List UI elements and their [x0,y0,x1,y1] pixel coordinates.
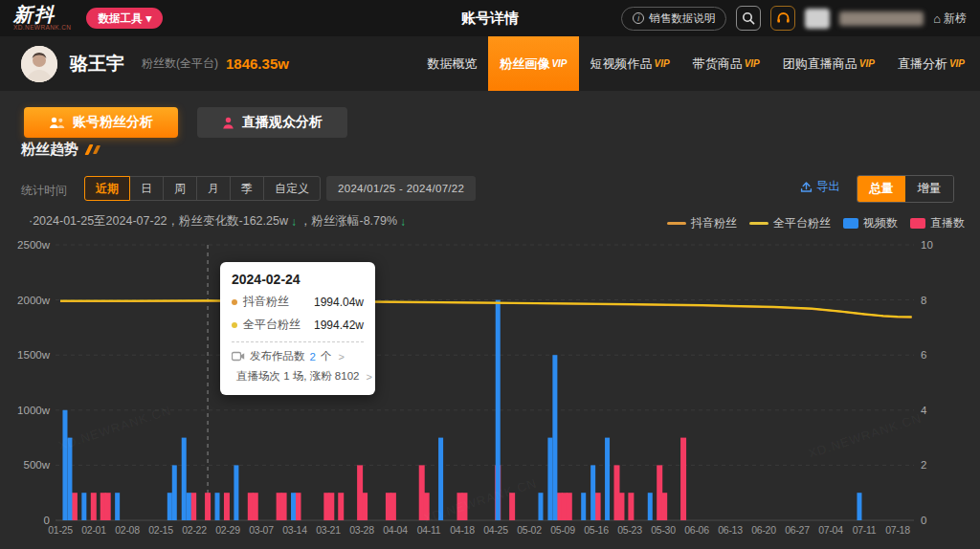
line-全平台粉丝[interactable] [60,300,912,317]
bar-直播数[interactable] [338,493,344,520]
bar-直播数[interactable] [618,493,624,520]
bar-视频数[interactable] [172,465,177,520]
bar-视频数[interactable] [234,465,238,520]
time-option-季[interactable]: 季 [230,176,264,201]
bar-直播数[interactable] [91,493,97,520]
account-name: 骆王宇 [70,52,124,77]
bar-直播数[interactable] [328,493,334,520]
toggle-增量[interactable]: 增量 [905,176,953,202]
bar-视频数[interactable] [291,493,296,520]
tab-直播分析[interactable]: 直播分析VIP [886,36,976,91]
subtab-账号粉丝分析[interactable]: 账号粉丝分析 [24,107,178,138]
bar-视频数[interactable] [605,438,610,520]
down-arrow-icon: ↓ [400,215,406,229]
bar-视频数[interactable] [81,493,86,520]
bar-直播数[interactable] [224,493,230,520]
bar-直播数[interactable] [205,493,211,520]
time-option-自定义[interactable]: 自定义 [263,176,321,201]
toggle-总量[interactable]: 总量 [858,176,905,202]
tab-团购直播商品[interactable]: 团购直播商品VIP [771,36,886,91]
date-range-picker[interactable]: 2024/01/25 - 2024/07/22 [326,176,476,201]
bar-直播数[interactable] [362,493,368,520]
legend-swatch [910,218,925,229]
sales-data-note-button[interactable]: i 销售数据说明 [621,7,726,31]
tab-label: 带货商品 [693,55,743,73]
bar-直播数[interactable] [680,438,686,520]
tab-短视频作品[interactable]: 短视频作品VIP [579,36,681,91]
legend-item-抖音粉丝[interactable]: 抖音粉丝 [667,215,737,231]
tab-数据概览[interactable]: 数据概览 [415,36,488,91]
time-range-segmented-control: 近期日周月季自定义 [84,176,321,201]
tab-label: 粉丝画像 [500,55,549,73]
user-avatar[interactable] [805,9,830,29]
bar-视频数[interactable] [538,493,543,520]
x-axis-tick: 04-04 [376,524,414,536]
bar-直播数[interactable] [190,493,196,520]
top-header: 新抖 XD.NEWRANK.CN 数据工具 ▾ 账号详情 i 销售数据说明 ⌂ … [0,0,980,36]
bar-视频数[interactable] [115,493,120,520]
tooltip-live-link[interactable]: 直播场次 1 场, 涨粉 8102 > [232,369,364,384]
secondary-axis-tick: 8 [921,295,926,306]
data-tools-button[interactable]: 数据工具 ▾ [86,8,163,29]
main-tab-bar: 数据概览粉丝画像VIP短视频作品VIP带货商品VIP团购直播商品VIP直播分析V… [415,36,976,91]
info-icon: i [633,12,644,24]
summary-fans-rate: 粉丝涨幅-8.79% [311,213,397,230]
tab-粉丝画像[interactable]: 粉丝画像VIP [488,36,578,91]
bar-视频数[interactable] [215,493,220,520]
x-axis-tick: 02-01 [75,524,113,536]
bar-视频数[interactable] [590,465,595,520]
customer-service-button[interactable] [770,6,795,31]
bar-视频数[interactable] [182,438,187,520]
x-axis-tick: 04-11 [410,524,448,536]
account-avatar[interactable] [21,46,57,82]
x-axis-tick: 07-18 [879,524,917,536]
fans-count-label: 粉丝数(全平台) [142,55,218,72]
time-option-日[interactable]: 日 [129,176,164,201]
bar-视频数[interactable] [62,410,67,520]
subtab-直播观众分析[interactable]: 直播观众分析 [197,107,347,138]
bar-直播数[interactable] [628,493,634,520]
bar-直播数[interactable] [253,493,258,520]
legend-label: 视频数 [863,215,898,231]
bar-视频数[interactable] [857,493,861,520]
tooltip-works-link[interactable]: 发布作品数2个 > [232,349,364,363]
bar-直播数[interactable] [595,493,601,520]
bar-视频数[interactable] [581,493,586,520]
legend-item-直播数[interactable]: 直播数 [910,215,965,231]
bar-视频数[interactable] [187,493,191,520]
bar-直播数[interactable] [281,493,287,520]
time-option-月[interactable]: 月 [196,176,231,201]
time-option-近期[interactable]: 近期 [84,176,130,201]
user-name-blurred [839,11,924,26]
x-axis-tick: 04-25 [477,524,515,536]
legend-item-视频数[interactable]: 视频数 [843,215,898,231]
bar-视频数[interactable] [552,355,557,520]
subtab-label: 直播观众分析 [242,114,323,131]
x-axis-tick: 06-13 [711,524,749,536]
bar-直播数[interactable] [390,493,396,520]
secondary-axis-tick: 2 [921,459,926,471]
time-option-周[interactable]: 周 [163,176,197,201]
bar-直播数[interactable] [105,493,111,520]
bar-直播数[interactable] [567,493,572,520]
legend-swatch [667,222,686,225]
bar-直播数[interactable] [72,493,78,520]
bar-视频数[interactable] [648,493,653,520]
newrank-home-link[interactable]: ⌂ 新榜 [933,11,967,27]
legend-swatch [843,218,858,229]
viewer-person-icon [222,117,234,129]
legend-item-全平台粉丝[interactable]: 全平台粉丝 [749,215,831,231]
secondary-axis-tick: 6 [921,349,926,361]
x-axis-tick: 05-09 [544,524,582,536]
export-button[interactable]: 导出 [800,179,840,195]
tooltip-row-allplatform: 全平台粉丝 1994.42w [232,317,364,333]
search-button[interactable] [736,6,761,31]
bar-视频数[interactable] [547,438,552,520]
tab-带货商品[interactable]: 带货商品VIP [681,36,771,91]
newrank-logo[interactable]: 新抖 XD.NEWRANK.CN [13,5,71,32]
x-axis-tick: 02-29 [209,524,247,536]
bar-直播数[interactable] [296,493,301,520]
accent-slash-icon [93,145,100,154]
bar-视频数[interactable] [167,493,172,520]
bar-直播数[interactable] [661,493,667,520]
